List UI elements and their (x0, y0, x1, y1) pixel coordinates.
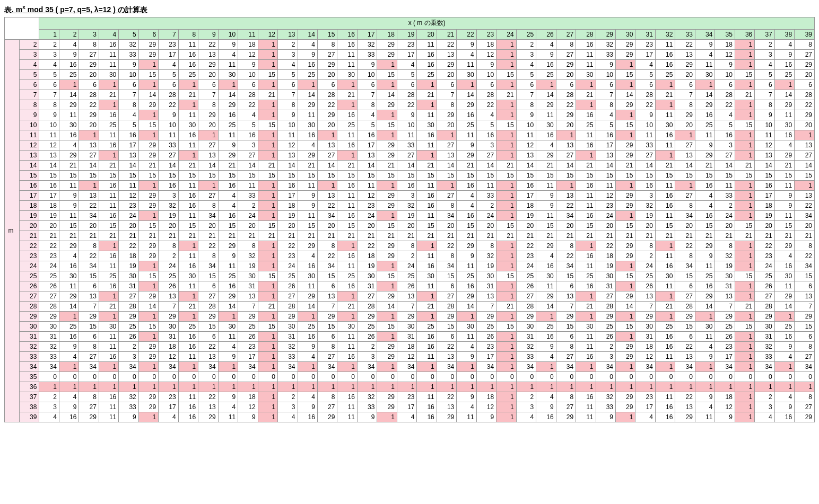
data-cell: 1 (616, 412, 635, 422)
data-cell: 1 (59, 382, 79, 392)
data-cell: 33 (357, 49, 377, 59)
data-cell: 25 (218, 120, 238, 130)
data-cell: 13 (198, 402, 218, 412)
data-cell: 8 (556, 39, 576, 49)
data-cell: 29 (437, 110, 456, 120)
data-cell: 8 (556, 341, 576, 351)
data-cell: 6 (556, 331, 576, 341)
data-cell: 7 (119, 90, 138, 100)
data-cell: 11 (178, 140, 198, 150)
data-cell: 15 (774, 220, 794, 231)
data-cell: 15 (616, 321, 635, 331)
data-cell: 34 (675, 361, 695, 372)
data-cell: 14 (536, 90, 556, 100)
data-cell: 16 (774, 59, 794, 69)
data-cell: 34 (238, 361, 258, 372)
data-cell: 21 (655, 90, 675, 100)
data-cell: 15 (496, 220, 516, 231)
data-cell: 1 (417, 382, 437, 392)
data-cell: 28 (715, 90, 735, 100)
data-cell: 7 (795, 301, 815, 311)
data-cell: 11 (655, 281, 675, 291)
data-cell: 1 (496, 351, 516, 361)
data-cell: 31 (119, 281, 138, 291)
data-cell: 15 (258, 321, 277, 331)
data-cell: 1 (377, 180, 397, 190)
data-cell: 16 (576, 392, 596, 402)
data-cell: 1 (655, 241, 675, 251)
data-cell: 9 (218, 39, 238, 49)
data-cell: 7 (596, 90, 615, 100)
data-cell: 8 (795, 39, 815, 49)
data-cell: 29 (616, 140, 635, 150)
data-cell: 27 (317, 150, 337, 160)
data-cell: 29 (138, 402, 158, 412)
data-cell: 1 (576, 361, 596, 372)
data-cell: 9 (774, 190, 794, 200)
data-cell: 3 (755, 402, 774, 412)
data-cell: 9 (218, 251, 238, 261)
data-cell: 9 (457, 251, 476, 261)
data-cell: 0 (178, 372, 198, 382)
data-cell: 31 (596, 281, 615, 291)
data-cell: 21 (596, 231, 615, 241)
data-cell: 6 (596, 79, 615, 90)
data-cell: 14 (39, 160, 59, 170)
data-cell: 29 (377, 100, 397, 110)
data-cell: 22 (79, 100, 99, 110)
data-cell: 9 (59, 190, 79, 200)
data-cell: 15 (138, 69, 158, 79)
data-cell: 1 (258, 49, 277, 59)
data-cell: 4 (238, 110, 258, 120)
data-cell: 34 (79, 261, 99, 271)
data-cell: 29 (516, 311, 536, 321)
data-cell: 15 (258, 220, 277, 231)
data-cell: 11 (536, 180, 556, 190)
data-cell: 8 (795, 341, 815, 351)
data-cell: 16 (178, 59, 198, 69)
data-cell: 15 (695, 170, 715, 180)
data-cell: 29 (138, 341, 158, 351)
data-cell: 23 (159, 392, 178, 402)
data-cell: 23 (357, 200, 377, 210)
data-cell: 16 (99, 210, 118, 220)
data-cell: 34 (437, 361, 456, 372)
data-cell: 15 (159, 170, 178, 180)
data-cell: 15 (496, 170, 516, 180)
data-cell: 29 (695, 150, 715, 160)
data-cell: 23 (715, 341, 735, 351)
data-cell: 1 (616, 331, 635, 341)
data-cell: 7 (159, 301, 178, 311)
data-cell: 16 (655, 402, 675, 412)
data-cell: 18 (39, 200, 59, 210)
data-cell: 27 (675, 140, 695, 150)
data-cell: 30 (695, 69, 715, 79)
data-cell: 21 (655, 231, 675, 241)
data-cell: 29 (556, 311, 576, 321)
data-cell: 26 (596, 331, 615, 341)
data-cell: 15 (377, 271, 397, 281)
col-head: 17 (357, 29, 377, 39)
data-cell: 1 (616, 180, 635, 190)
data-cell: 29 (437, 412, 456, 422)
data-cell: 25 (119, 321, 138, 331)
data-cell: 29 (317, 110, 337, 120)
data-cell: 9 (218, 392, 238, 402)
data-cell: 30 (715, 271, 735, 281)
data-cell: 17 (159, 402, 178, 412)
data-cell: 1 (735, 140, 754, 150)
data-cell: 9 (218, 140, 238, 150)
data-cell: 20 (357, 220, 377, 231)
data-cell: 16 (99, 351, 118, 361)
data-cell: 21 (99, 231, 118, 241)
data-cell: 1 (397, 382, 416, 392)
data-cell: 1 (178, 291, 198, 301)
data-cell: 1 (735, 150, 754, 160)
data-cell: 14 (695, 90, 715, 100)
data-cell: 15 (417, 170, 437, 180)
data-cell: 20 (159, 220, 178, 231)
data-cell: 2 (278, 39, 298, 49)
data-cell: 14 (795, 160, 815, 170)
data-cell: 9 (596, 59, 615, 69)
data-cell: 15 (79, 170, 99, 180)
